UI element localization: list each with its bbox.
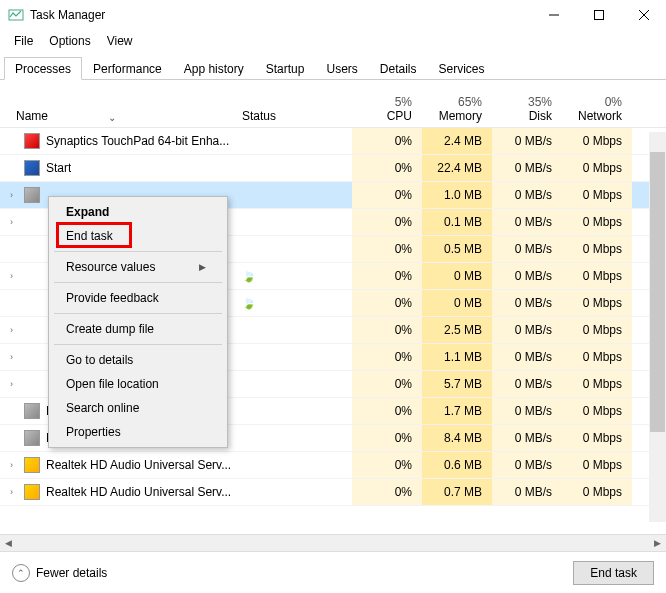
table-row[interactable]: Start0%22.4 MB0 MB/s0 Mbps bbox=[0, 155, 666, 182]
cell-disk: 0 MB/s bbox=[492, 452, 562, 478]
horizontal-scrollbar[interactable]: ◀ ▶ bbox=[0, 534, 666, 551]
cell-network: 0 Mbps bbox=[562, 344, 632, 370]
separator bbox=[54, 344, 222, 345]
cell-cpu: 0% bbox=[352, 398, 422, 424]
cell-memory: 2.5 MB bbox=[422, 317, 492, 343]
cell-memory: 0.1 MB bbox=[422, 209, 492, 235]
menu-view[interactable]: View bbox=[99, 32, 141, 50]
cell-memory: 1.1 MB bbox=[422, 344, 492, 370]
tab-app-history[interactable]: App history bbox=[173, 57, 255, 80]
cell-memory: 0.6 MB bbox=[422, 452, 492, 478]
cell-status: 🍃 bbox=[242, 270, 352, 283]
cell-disk: 0 MB/s bbox=[492, 182, 562, 208]
minimize-button[interactable] bbox=[531, 0, 576, 30]
process-icon bbox=[24, 484, 40, 500]
tab-performance[interactable]: Performance bbox=[82, 57, 173, 80]
ctx-expand[interactable]: Expand bbox=[52, 200, 224, 224]
cell-cpu: 0% bbox=[352, 182, 422, 208]
taskmgr-icon bbox=[8, 7, 24, 23]
expand-chevron-icon[interactable]: › bbox=[10, 487, 22, 497]
process-icon bbox=[24, 457, 40, 473]
maximize-button[interactable] bbox=[576, 0, 621, 30]
ctx-open-file-location[interactable]: Open file location bbox=[52, 372, 224, 396]
suspended-leaf-icon: 🍃 bbox=[242, 297, 256, 310]
close-button[interactable] bbox=[621, 0, 666, 30]
cell-network: 0 Mbps bbox=[562, 371, 632, 397]
cell-memory: 22.4 MB bbox=[422, 155, 492, 181]
window-title: Task Manager bbox=[30, 8, 531, 22]
cell-network: 0 Mbps bbox=[562, 155, 632, 181]
cell-network: 0 Mbps bbox=[562, 128, 632, 154]
table-row[interactable]: Synaptics TouchPad 64-bit Enha...0%2.4 M… bbox=[0, 128, 666, 155]
scroll-left-icon[interactable]: ◀ bbox=[0, 535, 17, 552]
sort-chevron-icon: ⌄ bbox=[108, 112, 116, 123]
cell-cpu: 0% bbox=[352, 236, 422, 262]
scrollbar-thumb[interactable] bbox=[650, 152, 665, 432]
expand-chevron-icon[interactable]: › bbox=[10, 271, 22, 281]
expand-chevron-icon[interactable]: › bbox=[10, 379, 22, 389]
suspended-leaf-icon: 🍃 bbox=[242, 270, 256, 283]
cell-memory: 1.0 MB bbox=[422, 182, 492, 208]
cell-disk: 0 MB/s bbox=[492, 371, 562, 397]
cell-network: 0 Mbps bbox=[562, 317, 632, 343]
separator bbox=[54, 282, 222, 283]
table-row[interactable]: ›Realtek HD Audio Universal Serv...0%0.7… bbox=[0, 479, 666, 506]
header-disk[interactable]: 35%Disk bbox=[492, 95, 562, 123]
expand-chevron-icon[interactable]: › bbox=[10, 190, 22, 200]
tab-startup[interactable]: Startup bbox=[255, 57, 316, 80]
tab-users[interactable]: Users bbox=[315, 57, 368, 80]
vertical-scrollbar[interactable] bbox=[649, 132, 666, 522]
cell-disk: 0 MB/s bbox=[492, 425, 562, 451]
ctx-search-online[interactable]: Search online bbox=[52, 396, 224, 420]
ctx-create-dump-file[interactable]: Create dump file bbox=[52, 317, 224, 341]
cell-disk: 0 MB/s bbox=[492, 155, 562, 181]
process-icon bbox=[24, 133, 40, 149]
titlebar: Task Manager bbox=[0, 0, 666, 30]
end-task-button[interactable]: End task bbox=[573, 561, 654, 585]
menu-options[interactable]: Options bbox=[41, 32, 98, 50]
menubar: File Options View bbox=[0, 30, 666, 52]
header-cpu[interactable]: 5%CPU bbox=[352, 95, 422, 123]
tab-services[interactable]: Services bbox=[428, 57, 496, 80]
cell-cpu: 0% bbox=[352, 155, 422, 181]
process-name: Realtek HD Audio Universal Serv... bbox=[46, 458, 231, 472]
process-icon bbox=[24, 160, 40, 176]
expand-chevron-icon[interactable]: › bbox=[10, 352, 22, 362]
tab-processes[interactable]: Processes bbox=[4, 57, 82, 80]
cell-cpu: 0% bbox=[352, 371, 422, 397]
ctx-go-to-details[interactable]: Go to details bbox=[52, 348, 224, 372]
header-memory[interactable]: 65%Memory bbox=[422, 95, 492, 123]
tab-details[interactable]: Details bbox=[369, 57, 428, 80]
ctx-properties[interactable]: Properties bbox=[52, 420, 224, 444]
chevron-up-icon: ⌃ bbox=[12, 564, 30, 582]
scroll-right-icon[interactable]: ▶ bbox=[649, 535, 666, 552]
expand-chevron-icon[interactable]: › bbox=[10, 217, 22, 227]
cell-network: 0 Mbps bbox=[562, 398, 632, 424]
cell-status: 🍃 bbox=[242, 297, 352, 310]
cell-disk: 0 MB/s bbox=[492, 209, 562, 235]
expand-chevron-icon[interactable]: › bbox=[10, 460, 22, 470]
ctx-end-task[interactable]: End task bbox=[52, 224, 224, 248]
header-name[interactable]: Name ⌄ bbox=[0, 109, 242, 123]
cell-network: 0 Mbps bbox=[562, 479, 632, 505]
table-row[interactable]: ›Realtek HD Audio Universal Serv...0%0.6… bbox=[0, 452, 666, 479]
cell-cpu: 0% bbox=[352, 344, 422, 370]
cell-network: 0 Mbps bbox=[562, 425, 632, 451]
ctx-resource-values[interactable]: Resource values▶ bbox=[52, 255, 224, 279]
cell-memory: 2.4 MB bbox=[422, 128, 492, 154]
svg-rect-2 bbox=[594, 11, 603, 20]
menu-file[interactable]: File bbox=[6, 32, 41, 50]
cell-disk: 0 MB/s bbox=[492, 236, 562, 262]
separator bbox=[54, 313, 222, 314]
ctx-provide-feedback[interactable]: Provide feedback bbox=[52, 286, 224, 310]
header-network[interactable]: 0%Network bbox=[562, 95, 632, 123]
header-status[interactable]: Status bbox=[242, 109, 352, 123]
cell-disk: 0 MB/s bbox=[492, 479, 562, 505]
cell-network: 0 Mbps bbox=[562, 452, 632, 478]
fewer-details-button[interactable]: ⌃ Fewer details bbox=[12, 564, 107, 582]
cell-memory: 1.7 MB bbox=[422, 398, 492, 424]
cell-cpu: 0% bbox=[352, 290, 422, 316]
cell-cpu: 0% bbox=[352, 452, 422, 478]
cell-disk: 0 MB/s bbox=[492, 290, 562, 316]
expand-chevron-icon[interactable]: › bbox=[10, 325, 22, 335]
